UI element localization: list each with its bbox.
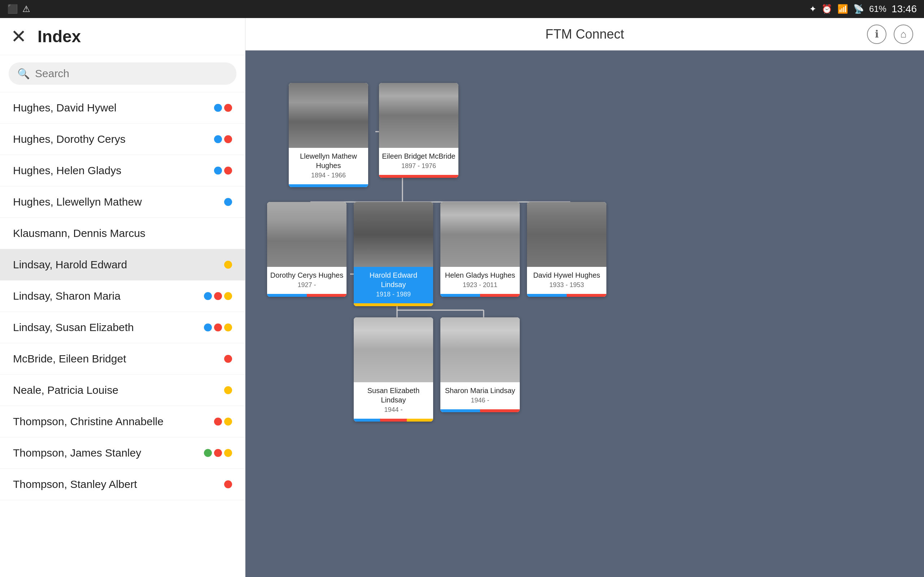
tree-container[interactable]: Llewellyn Mathew Hughes1894 - 1966Eileen…	[246, 50, 924, 577]
person-name-eileen: Eileen Bridget McBride	[382, 152, 456, 161]
index-item[interactable]: Lindsay, Sharon Maria	[0, 280, 245, 312]
index-item-dots	[224, 355, 232, 363]
app-title: FTM Connect	[545, 27, 624, 42]
index-item-name: Lindsay, Sharon Maria	[13, 290, 121, 302]
person-info-harold: Harold Edward Lindsay1918 - 1989	[354, 267, 433, 303]
person-info-sharon: Sharon Maria Lindsay1946 -	[440, 382, 520, 409]
person-card-david[interactable]: David Hywel Hughes1933 - 1953	[527, 202, 606, 297]
person-color-bar-sharon	[440, 409, 520, 412]
index-item-dots	[214, 135, 232, 143]
color-bar-segment-blue	[354, 419, 380, 422]
status-bar-left: ⬛ ⚠	[7, 4, 30, 14]
color-bar-segment-blue	[440, 294, 480, 297]
dot-blue	[204, 324, 212, 331]
person-photo-helen	[440, 202, 520, 267]
index-item[interactable]: Hughes, David Hywel	[0, 92, 245, 124]
sidebar-title: Index	[37, 27, 81, 46]
color-bar-segment-red	[567, 294, 606, 297]
person-name-helen: Helen Gladys Hughes	[443, 271, 517, 280]
person-photo-david	[527, 202, 606, 267]
index-item[interactable]: Klausmann, Dennis Marcus	[0, 218, 245, 249]
color-bar-segment-blue	[289, 184, 368, 187]
person-name-sharon: Sharon Maria Lindsay	[443, 386, 517, 395]
bluetooth-icon: ✦	[809, 4, 816, 14]
index-item[interactable]: Thompson, Stanley Albert	[0, 469, 245, 500]
dot-red	[224, 355, 232, 363]
index-item[interactable]: Hughes, Llewellyn Mathew	[0, 187, 245, 218]
search-container: 🔍	[0, 55, 245, 92]
person-photo-llewellyn	[289, 83, 368, 148]
index-item[interactable]: Hughes, Dorothy Cerys	[0, 124, 245, 155]
sidebar: ✕ Index 🔍 Hughes, David HywelHughes, Dor…	[0, 18, 246, 577]
index-item-name: Hughes, Helen Gladys	[13, 164, 121, 177]
person-name-david: David Hywel Hughes	[530, 271, 604, 280]
index-item[interactable]: Thompson, James Stanley	[0, 437, 245, 469]
person-years-helen: 1923 - 2011	[443, 281, 517, 292]
info-button[interactable]: ℹ	[867, 24, 887, 44]
search-input[interactable]	[35, 68, 228, 80]
person-name-susan: Susan Elizabeth Lindsay	[357, 386, 430, 405]
index-item-dots	[214, 104, 232, 112]
index-item-dots	[204, 324, 232, 331]
person-card-llewellyn[interactable]: Llewellyn Mathew Hughes1894 - 1966	[289, 83, 368, 187]
index-item[interactable]: McBride, Eileen Bridget	[0, 343, 245, 375]
person-card-susan[interactable]: Susan Elizabeth Lindsay1944 -	[354, 318, 433, 422]
person-photo-sharon	[440, 318, 520, 382]
dot-yellow	[224, 261, 232, 269]
index-item-dots	[204, 292, 232, 300]
index-item[interactable]: Lindsay, Harold Edward	[0, 249, 245, 280]
person-color-bar-helen	[440, 294, 520, 297]
index-item-name: Klausmann, Dennis Marcus	[13, 227, 145, 239]
person-photo-susan	[354, 318, 433, 382]
header-icons: ℹ ⌂	[867, 24, 913, 44]
status-bar: ⬛ ⚠ ✦ ⏰ 📶 📡 61% 13:46	[0, 0, 924, 18]
index-item-name: Neale, Patricia Louise	[13, 384, 118, 396]
dot-yellow	[224, 324, 232, 331]
index-item[interactable]: Neale, Patricia Louise	[0, 375, 245, 406]
dot-yellow	[224, 386, 232, 394]
person-card-dorothy[interactable]: Dorothy Cerys Hughes1927 -	[267, 202, 347, 297]
color-bar-segment-yellow	[407, 419, 433, 422]
search-box: 🔍	[9, 62, 236, 85]
person-color-bar-llewellyn	[289, 184, 368, 187]
index-item[interactable]: Hughes, Helen Gladys	[0, 155, 245, 187]
sidebar-header: ✕ Index	[0, 18, 245, 55]
person-years-harold: 1918 - 1989	[357, 291, 430, 301]
dot-blue	[204, 292, 212, 300]
index-item-dots	[214, 417, 232, 425]
battery-text: 61%	[869, 4, 887, 14]
index-item-name: Thompson, James Stanley	[13, 447, 141, 459]
person-name-llewellyn: Llewellyn Mathew Hughes	[292, 152, 365, 170]
index-item-dots	[204, 449, 232, 457]
dot-red	[224, 480, 232, 488]
index-item[interactable]: Thompson, Christine Annabelle	[0, 406, 245, 437]
close-button[interactable]: ✕	[11, 27, 27, 46]
person-years-david: 1933 - 1953	[530, 281, 604, 292]
color-bar-segment-yellow	[354, 303, 433, 306]
person-card-harold[interactable]: Harold Edward Lindsay1918 - 1989	[354, 202, 433, 306]
index-item-dots	[224, 261, 232, 269]
index-item-dots	[214, 167, 232, 174]
person-years-dorothy: 1927 -	[270, 281, 344, 292]
dot-yellow	[224, 417, 232, 425]
dot-red	[214, 324, 222, 331]
person-card-sharon[interactable]: Sharon Maria Lindsay1946 -	[440, 318, 520, 412]
person-info-susan: Susan Elizabeth Lindsay1944 -	[354, 382, 433, 419]
person-photo-eileen	[379, 83, 459, 148]
status-bar-right: ✦ ⏰ 📶 📡 61% 13:46	[809, 3, 917, 15]
home-button[interactable]: ⌂	[894, 24, 913, 44]
index-item-dots	[224, 386, 232, 394]
tree-inner: Llewellyn Mathew Hughes1894 - 1966Eileen…	[260, 65, 837, 570]
dot-blue	[214, 135, 222, 143]
dot-yellow	[224, 449, 232, 457]
person-years-llewellyn: 1894 - 1966	[292, 172, 365, 182]
person-card-helen[interactable]: Helen Gladys Hughes1923 - 2011	[440, 202, 520, 297]
color-bar-segment-blue	[440, 409, 480, 412]
wifi-icon: 📶	[837, 4, 848, 14]
dot-red	[224, 104, 232, 112]
color-bar-segment-blue	[267, 294, 307, 297]
index-item[interactable]: Lindsay, Susan Elizabeth	[0, 312, 245, 343]
person-years-sharon: 1946 -	[443, 397, 517, 407]
alarm-icon: ⏰	[822, 4, 832, 14]
person-card-eileen[interactable]: Eileen Bridget McBride1897 - 1976	[379, 83, 459, 178]
